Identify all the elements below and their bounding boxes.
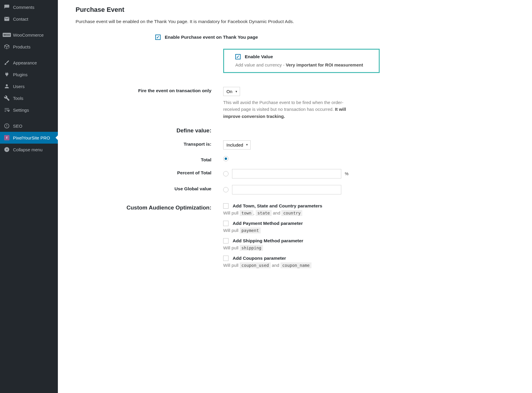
sidebar-item-label: Appearance — [13, 60, 37, 65]
sidebar-item-woocommerce[interactable]: WOO WooCommerce — [0, 29, 58, 41]
fire-transaction-help: This will avoid the Purchase event to be… — [223, 99, 359, 120]
global-value-label: Use Global value — [76, 185, 223, 191]
cao-item-label: Add Shipping Method parameter — [233, 238, 303, 243]
define-value-title: Define value: — [76, 126, 223, 134]
cao-item: Add Coupons parameter — [223, 256, 523, 261]
percent-radio[interactable] — [223, 171, 229, 176]
cao-title: Custom Audience Optimization: — [76, 203, 223, 211]
global-value-input[interactable] — [232, 185, 341, 194]
sliders-icon — [4, 107, 10, 113]
cao-item-label: Add Town, State and Country parameters — [233, 203, 322, 209]
sidebar-item-label: Products — [13, 44, 30, 49]
box-icon — [4, 43, 10, 50]
sidebar-item-contact[interactable]: Contact — [0, 13, 58, 25]
percent-label: Percent of Total — [76, 169, 223, 176]
enable-purchase-label: Enable Purchase event on Thank You page — [165, 35, 258, 40]
transport-select[interactable]: Included — [223, 140, 251, 150]
wrench-icon — [4, 95, 10, 101]
sidebar-item-label: Users — [13, 84, 25, 89]
sidebar-item-label: Comments — [13, 5, 35, 10]
sidebar-item-label: Contact — [13, 17, 28, 22]
cao-item-sub: Will pull coupon_used and coupon_name — [223, 263, 523, 268]
enable-value-box: Enable Value Add value and currency - Ve… — [223, 49, 380, 73]
total-radio[interactable] — [223, 156, 229, 161]
cao-item-sub: Will pull shipping — [223, 245, 523, 250]
total-label: Total — [76, 156, 223, 163]
cao-item: Add Shipping Method parameter — [223, 238, 523, 243]
enable-value-checkbox[interactable] — [235, 54, 241, 59]
cao-item-label: Add Payment Method parameter — [233, 221, 303, 226]
cao-checkbox[interactable] — [223, 238, 229, 243]
cao-item-sub: Will pull payment — [223, 228, 523, 233]
sidebar-item-pixelyoursite[interactable]: f PixelYourSite PRO — [0, 132, 58, 144]
sidebar-item-appearance[interactable]: Appearance — [0, 57, 58, 69]
sidebar-item-label: SEO — [13, 124, 22, 129]
enable-value-sub: Add value and currency - Very important … — [235, 62, 373, 67]
sidebar-item-label: Settings — [13, 108, 29, 113]
user-icon — [4, 83, 10, 90]
seo-icon — [4, 123, 10, 129]
section-title: Purchase Event — [76, 6, 523, 14]
fire-transaction-label: Fire the event on transaction only — [76, 87, 223, 93]
cao-checkbox[interactable] — [223, 256, 229, 261]
percent-suffix: % — [345, 171, 348, 176]
sidebar-item-comments[interactable]: Comments — [0, 1, 58, 13]
cao-item-sub: Will pull town, state and country — [223, 210, 523, 215]
sidebar-item-label: PixelYourSite PRO — [13, 135, 50, 140]
percent-input[interactable] — [232, 169, 341, 178]
admin-sidebar: Comments Contact WOO WooCommerce Product… — [0, 0, 58, 393]
enable-value-label: Enable Value — [245, 54, 273, 59]
main-content: Purchase Event Purchase event will be en… — [58, 0, 532, 393]
collapse-icon — [4, 146, 10, 153]
cao-checkbox[interactable] — [223, 203, 229, 209]
enable-purchase-checkbox[interactable] — [155, 35, 161, 40]
sidebar-item-label: Collapse menu — [13, 147, 43, 152]
sidebar-item-label: Plugins — [13, 72, 27, 77]
fire-transaction-select[interactable]: On — [223, 87, 240, 96]
cao-checkbox[interactable] — [223, 221, 229, 226]
sidebar-item-plugins[interactable]: Plugins — [0, 69, 58, 80]
sidebar-item-label: Tools — [13, 96, 23, 101]
sidebar-item-seo[interactable]: SEO — [0, 120, 58, 132]
sidebar-item-users[interactable]: Users — [0, 80, 58, 92]
transport-label: Transport is: — [76, 140, 223, 147]
section-desc: Purchase event will be enabled on the Th… — [76, 19, 523, 24]
cao-item: Add Town, State and Country parameters — [223, 203, 523, 209]
cao-item: Add Payment Method parameter — [223, 221, 523, 226]
woo-icon: WOO — [4, 32, 10, 38]
fb-icon: f — [4, 134, 10, 141]
plug-icon — [4, 71, 10, 78]
comment-icon — [4, 4, 10, 10]
brush-icon — [4, 59, 10, 66]
cao-item-label: Add Coupons parameter — [233, 256, 286, 261]
mail-icon — [4, 16, 10, 22]
cao-list: Add Town, State and Country parametersWi… — [223, 203, 523, 273]
sidebar-item-settings[interactable]: Settings — [0, 104, 58, 116]
sidebar-item-label: WooCommerce — [13, 33, 44, 38]
sidebar-item-collapse[interactable]: Collapse menu — [0, 144, 58, 155]
sidebar-item-products[interactable]: Products — [0, 41, 58, 53]
sidebar-item-tools[interactable]: Tools — [0, 92, 58, 104]
global-value-radio[interactable] — [223, 187, 229, 192]
